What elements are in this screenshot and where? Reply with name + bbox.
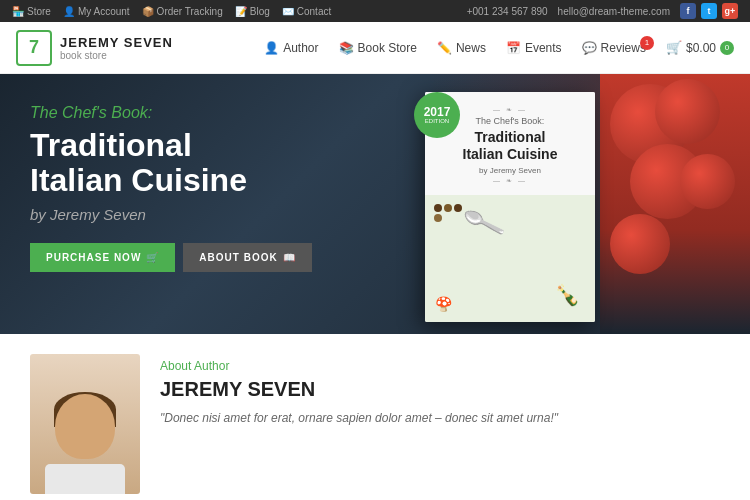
logo[interactable]: 7 JEREMY SEVEN book store bbox=[16, 30, 173, 66]
hero-subtitle: The Chef's Book: bbox=[30, 104, 350, 122]
book-image: 🥄 🍾 🍄 bbox=[425, 195, 595, 322]
purchase-now-button[interactable]: PURCHASE NOW 🛒 bbox=[30, 243, 175, 272]
my-account-link[interactable]: 👤 My Account bbox=[63, 6, 130, 17]
book-subtitle: The Chef's Book: bbox=[476, 116, 545, 126]
author-photo bbox=[30, 354, 140, 494]
order-tracking-link[interactable]: 📦 Order Tracking bbox=[142, 6, 223, 17]
logo-icon: 7 bbox=[16, 30, 52, 66]
cart-count: 0 bbox=[720, 41, 734, 55]
about-section: About Author JEREMY SEVEN "Donec nisi am… bbox=[0, 334, 750, 500]
top-bar-links: 🏪 Store 👤 My Account 📦 Order Tracking 📝 … bbox=[12, 6, 331, 17]
cart-small-icon: 🛒 bbox=[146, 252, 159, 263]
tomato-4 bbox=[680, 154, 735, 209]
tomato-2 bbox=[655, 79, 720, 144]
nav-author[interactable]: 👤 Author bbox=[264, 41, 318, 55]
edition-label: EDITION bbox=[425, 118, 449, 124]
about-book-button[interactable]: ABOUT BOOK 📖 bbox=[183, 243, 311, 272]
tomato-decoration bbox=[600, 74, 750, 334]
email-address: hello@dream-theme.com bbox=[558, 6, 670, 17]
edition-year: 2017 bbox=[424, 106, 451, 118]
social-links: f t g+ bbox=[680, 3, 738, 19]
header: 7 JEREMY SEVEN book store 👤 Author 📚 Boo… bbox=[0, 22, 750, 74]
ingredients-decoration bbox=[433, 203, 463, 223]
about-name: JEREMY SEVEN bbox=[160, 378, 720, 401]
book-deco-bottom: — ❧ — bbox=[493, 177, 527, 185]
face bbox=[55, 394, 115, 459]
nav-reviews[interactable]: 💬 Reviews 1 bbox=[582, 41, 646, 55]
facebook-icon[interactable]: f bbox=[680, 3, 696, 19]
shirt bbox=[45, 464, 125, 494]
hero-section: The Chef's Book: Traditional Italian Cui… bbox=[0, 74, 750, 334]
about-text: About Author JEREMY SEVEN "Donec nisi am… bbox=[160, 354, 720, 427]
oil-bottle-icon: 🍾 bbox=[555, 283, 580, 307]
hero-buttons: PURCHASE NOW 🛒 ABOUT BOOK 📖 bbox=[30, 243, 350, 272]
store-link[interactable]: 🏪 Store bbox=[12, 6, 51, 17]
hero-title: Traditional Italian Cuisine bbox=[30, 128, 350, 198]
nav-events[interactable]: 📅 Events bbox=[506, 41, 562, 55]
mushroom-icon: 🍄 bbox=[435, 296, 452, 312]
logo-tagline: book store bbox=[60, 50, 173, 61]
google-plus-icon[interactable]: g+ bbox=[722, 3, 738, 19]
spoon-icon: 🥄 bbox=[460, 199, 507, 245]
logo-text: JEREMY SEVEN book store bbox=[60, 35, 173, 61]
about-label: About Author bbox=[160, 359, 720, 373]
book-icon: 📖 bbox=[283, 252, 296, 263]
cart-price: $0.00 bbox=[686, 41, 716, 55]
cart[interactable]: 🛒 $0.00 0 bbox=[666, 40, 734, 55]
edition-badge: 2017 EDITION bbox=[414, 92, 460, 138]
reviews-badge: 1 bbox=[640, 36, 654, 50]
hero-author: by Jeremy Seven bbox=[30, 206, 350, 223]
cart-icon: 🛒 bbox=[666, 40, 682, 55]
main-nav: 👤 Author 📚 Book Store ✏️ News 📅 Events 💬… bbox=[264, 40, 734, 55]
phone-number: +001 234 567 890 bbox=[467, 6, 548, 17]
nav-bookstore[interactable]: 📚 Book Store bbox=[339, 41, 417, 55]
contact-link[interactable]: ✉️ Contact bbox=[282, 6, 331, 17]
blog-link[interactable]: 📝 Blog bbox=[235, 6, 270, 17]
top-bar: 🏪 Store 👤 My Account 📦 Order Tracking 📝 … bbox=[0, 0, 750, 22]
book-deco-top: — ❧ — bbox=[493, 106, 527, 114]
twitter-icon[interactable]: t bbox=[701, 3, 717, 19]
about-quote: "Donec nisi amet for erat, ornare sapien… bbox=[160, 409, 720, 427]
tomato-5 bbox=[610, 214, 670, 274]
book-author: by Jeremy Seven bbox=[479, 166, 541, 175]
book-title: Traditional Italian Cuisine bbox=[463, 129, 558, 163]
logo-name: JEREMY SEVEN bbox=[60, 35, 173, 50]
author-face bbox=[40, 384, 130, 494]
top-bar-contact: +001 234 567 890 hello@dream-theme.com f… bbox=[467, 3, 738, 19]
nav-news[interactable]: ✏️ News bbox=[437, 41, 486, 55]
hero-content: The Chef's Book: Traditional Italian Cui… bbox=[0, 74, 380, 292]
